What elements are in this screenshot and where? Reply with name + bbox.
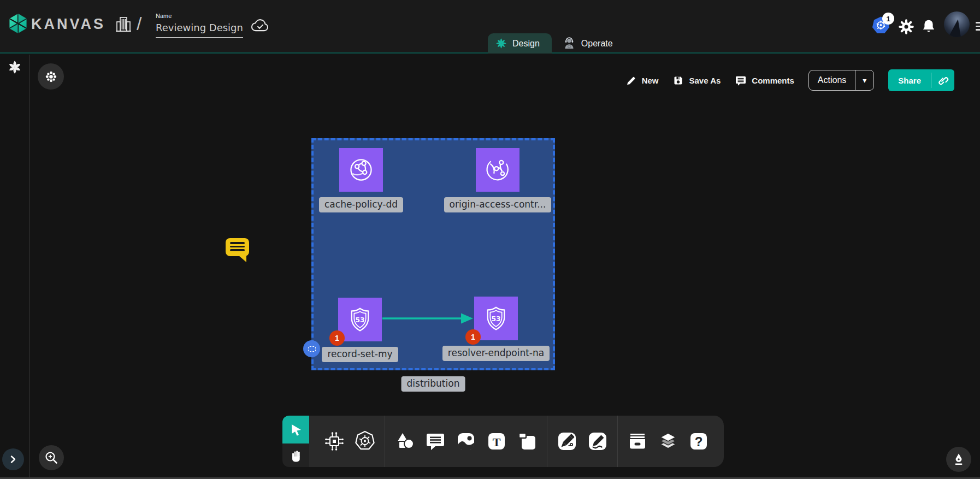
save-icon [672,75,684,86]
drawer-icon [625,429,650,453]
help-tool-button[interactable]: ? [686,429,711,454]
integration-chip-icon [322,429,346,453]
dock-toolbar: T [282,416,724,467]
toolbar-separator [617,416,618,467]
kubernetes-helm-icon [353,429,377,453]
edge-tool-button[interactable] [554,429,580,454]
canvas-action-toolbar: New Save As Comments Actions ▾ Share [625,69,954,92]
node-origin-access-control[interactable]: origin-access-contr... [448,148,547,212]
chevron-right-icon [8,454,18,464]
expand-sidebar-button[interactable] [2,448,24,470]
kanvas-logo-icon[interactable] [7,13,29,34]
pencil-tool-button[interactable] [585,429,610,454]
shapes-tool-button[interactable] [392,429,417,454]
pen-nib-icon [952,452,966,466]
group-label: distribution [402,376,465,392]
node-count-badge: 1 [329,330,345,346]
cloudfront-origin-access-control-icon [476,148,519,192]
settings-gear-icon[interactable] [898,19,914,35]
route53-record-set-icon: 1 53 [338,298,382,341]
overflow-menu-icon[interactable] [976,22,980,33]
mode-tabs: Design Operate [488,33,624,54]
toolbar-separator [385,416,385,467]
comment-bubble-icon [423,429,447,453]
comment-marker[interactable] [226,238,249,256]
design-tab-label: Design [512,39,540,49]
actions-dropdown-button[interactable]: ▾ [855,70,873,90]
route53-resolver-endpoint-icon: 1 53 [474,297,518,340]
organization-icon[interactable] [115,15,132,34]
group-label-wrap: distribution [402,376,465,392]
save-as-button[interactable]: Save As [672,75,721,86]
design-name-input[interactable] [156,20,243,38]
text-icon: T [485,429,509,453]
group-icon [308,346,316,352]
node-label: cache-policy-dd [319,197,403,212]
image-tool-button[interactable] [453,429,479,454]
node-cache-policy[interactable]: cache-policy-dd [312,148,410,212]
tab-design[interactable]: Design [488,33,552,54]
cursor-icon [289,423,303,437]
comments-icon [735,74,747,86]
breadcrumb-separator: / [137,13,141,34]
new-design-button[interactable]: New [625,75,659,86]
caret-down-icon: ▾ [863,76,866,85]
pencil-icon [625,75,637,86]
layers-tool-button[interactable] [656,429,681,454]
pan-tool-button[interactable] [282,443,309,467]
tab-operate[interactable]: Operate [552,33,624,54]
app-header: KANVAS / Name [0,0,980,54]
svg-text:?: ? [695,434,703,449]
text-tool-button[interactable]: T [484,429,509,454]
comments-label: Comments [752,76,794,85]
operate-tab-label: Operate [581,39,613,49]
design-tab-icon [495,38,507,49]
design-pen-button[interactable] [946,447,971,472]
comment-tool-button[interactable] [423,429,448,454]
note-icon [515,429,539,453]
brand-wordmark[interactable]: KANVAS [31,16,105,33]
image-icon [454,429,478,453]
note-tool-button[interactable] [515,429,540,454]
svg-text:53: 53 [355,316,364,324]
design-name-label: Name [156,13,243,19]
share-button[interactable]: Share [888,69,931,91]
hand-icon [289,448,303,463]
svg-text:T: T [493,435,501,449]
freehand-pencil-icon [586,429,610,453]
distribution-group-node[interactable]: cache-policy-dd origin-access-contr... 1 [311,138,555,370]
node-record-set[interactable]: 1 53 record-set-my [311,298,409,362]
copy-link-button[interactable] [931,69,954,91]
meshery-spiral-icon[interactable] [7,60,22,75]
save-as-label: Save As [689,76,721,85]
node-label: origin-access-contr... [444,197,552,212]
node-resolver-endpoint[interactable]: 1 53 resolver-endpoint-na [447,297,545,361]
share-split-button: Share [888,69,954,91]
tool-panel: T [309,416,724,467]
notifications-bell-icon[interactable] [922,18,936,34]
edge-pen-icon [555,429,579,453]
kubernetes-context-button[interactable]: 1 [872,16,890,35]
toolbar-separator [547,416,547,467]
link-icon [937,74,949,86]
shapes-icon [393,429,417,453]
node-label: record-set-my [322,347,398,362]
layers-icon [656,429,680,453]
actions-button[interactable]: Actions [809,70,855,90]
node-count-badge: 1 [465,329,481,345]
kubernetes-count-badge: 1 [882,13,894,25]
cloudfront-cache-policy-icon [339,148,383,192]
user-avatar[interactable] [944,11,970,37]
new-design-label: New [642,76,659,85]
operate-tab-icon [563,37,576,50]
node-label: resolver-endpoint-na [442,346,550,361]
kubernetes-tool-button[interactable] [352,429,377,454]
design-name-group: Name [156,13,243,38]
zoom-in-button[interactable] [39,445,64,470]
select-tool-button[interactable] [282,416,309,443]
comments-button[interactable]: Comments [735,74,794,86]
group-selection-handle[interactable] [303,340,320,357]
component-tool-button[interactable] [322,429,347,454]
magnifier-plus-icon [44,451,58,465]
archive-tool-button[interactable] [625,429,650,454]
